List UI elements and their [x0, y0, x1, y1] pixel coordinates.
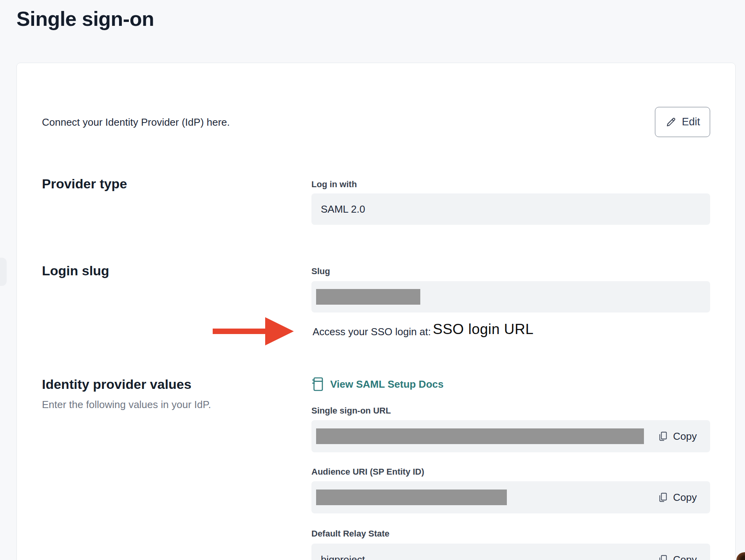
sso-url-label: Single sign-on URL	[311, 406, 391, 416]
slug-redacted-value	[316, 289, 420, 305]
login-with-label: Log in with	[311, 179, 357, 190]
copy-sso-url-button[interactable]: Copy	[657, 430, 697, 443]
annotation-arrow-icon	[213, 317, 294, 346]
copy-icon	[657, 492, 668, 503]
default-relay-state-value: bigproject	[321, 554, 365, 560]
copy-label: Copy	[673, 491, 697, 504]
slug-label: Slug	[311, 266, 330, 276]
copy-relay-state-button[interactable]: Copy	[657, 554, 697, 560]
copy-icon	[657, 554, 668, 560]
provider-type-value: SAML 2.0	[321, 203, 365, 215]
copy-label: Copy	[673, 430, 697, 443]
copy-audience-uri-button[interactable]: Copy	[657, 491, 697, 504]
default-relay-state-field: bigproject Copy	[311, 544, 710, 560]
sso-login-at-text: Access your SSO login at:	[313, 326, 431, 338]
view-saml-docs-label: View SAML Setup Docs	[330, 378, 443, 390]
page-title: Single sign-on	[16, 7, 154, 31]
drawer-handle[interactable]	[0, 258, 7, 286]
sso-login-url-annotation: SSO login URL	[433, 321, 533, 338]
copy-label: Copy	[673, 554, 697, 560]
cursor-artifact	[736, 552, 745, 560]
sso-url-redacted-value	[316, 428, 644, 444]
slug-field	[311, 281, 710, 313]
journal-icon	[311, 377, 324, 392]
edit-button[interactable]: Edit	[655, 107, 710, 137]
view-saml-docs-link[interactable]: View SAML Setup Docs	[311, 377, 443, 392]
copy-icon	[657, 431, 668, 442]
provider-type-heading: Provider type	[42, 176, 127, 191]
intro-text: Connect your Identity Provider (IdP) her…	[42, 116, 230, 128]
sso-url-field: Copy	[311, 420, 710, 452]
audience-uri-redacted-value	[316, 490, 507, 505]
audience-uri-field: Copy	[311, 481, 710, 513]
idp-values-heading: Identity provider values	[42, 377, 192, 392]
edit-button-label: Edit	[682, 116, 700, 128]
idp-values-subheading: Enter the following values in your IdP.	[42, 399, 211, 411]
audience-uri-label: Audience URI (SP Entity ID)	[311, 467, 424, 477]
pencil-icon	[665, 116, 677, 128]
login-slug-heading: Login slug	[42, 263, 109, 278]
provider-type-field: SAML 2.0	[311, 193, 710, 225]
default-relay-state-label: Default Relay State	[311, 529, 389, 539]
